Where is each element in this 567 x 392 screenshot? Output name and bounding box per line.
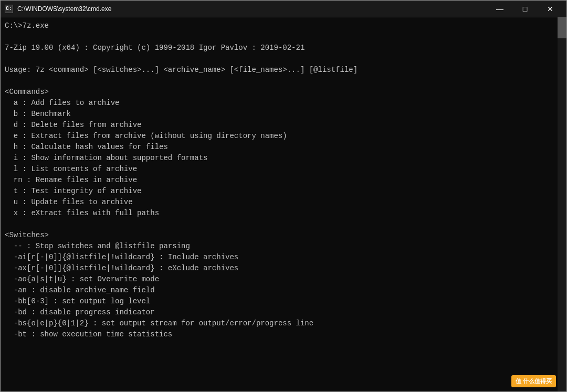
switches-header: <Switches>: [5, 231, 49, 239]
window-icon-label: C:: [6, 6, 12, 12]
window-icon: C:: [5, 5, 13, 13]
sw-6: -bb[0-3] : set output log level: [5, 297, 150, 305]
blank3: [5, 77, 9, 85]
blank2: [5, 55, 9, 63]
minimize-button[interactable]: —: [488, 1, 512, 17]
cmd-b: b : Benchmark: [5, 110, 71, 118]
window-controls: — □ ✕: [488, 1, 562, 17]
usage-line: Usage: 7z <command> [<switches>...] <arc…: [5, 66, 358, 74]
sw-3: -ax[r[-|0]]{@listfile|!wildcard} : eXclu…: [5, 264, 238, 272]
cmd-d: d : Delete files from archive: [5, 121, 141, 129]
titlebar: C: C:\WINDOWS\system32\cmd.exe — □ ✕: [1, 1, 566, 17]
terminal-content: C:\>7z.exe 7-Zip 19.00 (x64) : Copyright…: [5, 20, 562, 340]
cmd-u: u : Update files to archive: [5, 198, 133, 206]
version-line: 7-Zip 19.00 (x64) : Copyright (c) 1999-2…: [5, 44, 304, 52]
commands-header: <Commands>: [5, 88, 49, 96]
cmd-x: x : eXtract files with full paths: [5, 209, 159, 217]
close-button[interactable]: ✕: [538, 1, 562, 17]
cmd-window: C: C:\WINDOWS\system32\cmd.exe — □ ✕ C:\…: [0, 0, 567, 392]
scrollbar[interactable]: [558, 17, 566, 391]
cmd-t: t : Test integrity of archive: [5, 187, 141, 195]
watermark: 值 什么值得买: [511, 375, 556, 387]
sw-1: -- : Stop switches and @listfile parsing: [5, 242, 190, 250]
cmd-a: a : Add files to archive: [5, 99, 119, 107]
scrollbar-thumb[interactable]: [558, 17, 566, 38]
sw-4: -ao{a|s|t|u} : set Overwrite mode: [5, 275, 159, 283]
cmd-h: h : Calculate hash values for files: [5, 143, 168, 151]
cmd-l: l : List contents of archive: [5, 165, 137, 173]
sw-8: -bs{o|e|p}{0|1|2} : set output stream fo…: [5, 319, 313, 327]
cmd-rn: rn : Rename files in archive: [5, 176, 137, 184]
terminal-body[interactable]: C:\>7z.exe 7-Zip 19.00 (x64) : Copyright…: [1, 17, 566, 391]
cmd-i: i : Show information about supported for…: [5, 154, 207, 162]
sw-9: -bt : show execution time statistics: [5, 330, 172, 338]
cmd-e: e : Extract files from archive (without …: [5, 132, 287, 140]
blank1: [5, 33, 9, 41]
sw-2: -ai[r[-|0]]{@listfile|!wildcard} : Inclu…: [5, 253, 238, 261]
maximize-button[interactable]: □: [513, 1, 537, 17]
window-title: C:\WINDOWS\system32\cmd.exe: [17, 5, 488, 13]
prompt-line: C:\>7z.exe: [5, 22, 49, 30]
sw-5: -an : disable archive_name field: [5, 286, 155, 294]
blank4: [5, 220, 9, 228]
sw-7: -bd : disable progress indicator: [5, 308, 155, 316]
